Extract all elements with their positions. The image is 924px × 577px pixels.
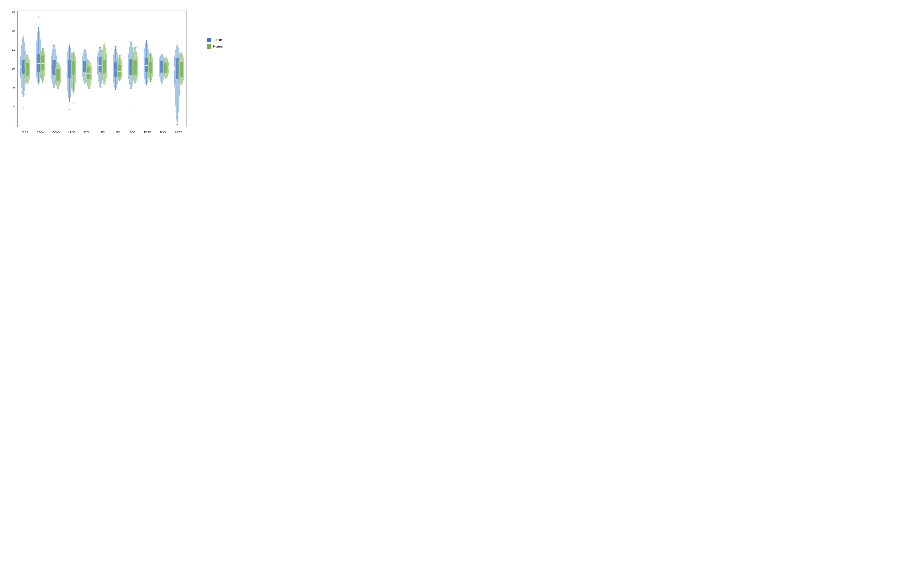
data-dot: [162, 68, 162, 68]
legend: TumorNormal: [203, 35, 227, 52]
data-dot: [149, 69, 149, 70]
data-dot: [103, 55, 103, 55]
data-dot: [22, 59, 23, 59]
data-dot: [148, 56, 148, 56]
data-dot: [129, 66, 129, 66]
data-dot: [89, 79, 89, 80]
data-dot: [41, 63, 41, 64]
data-dot: [60, 79, 60, 80]
data-dot: [38, 72, 39, 73]
data-dot: [58, 75, 59, 76]
data-dot: [177, 53, 178, 53]
data-dot: [90, 85, 90, 86]
data-dot: [39, 64, 39, 64]
data-dot: [72, 76, 72, 76]
data-dot: [178, 113, 178, 114]
iqr-box: [133, 60, 136, 75]
data-dot: [163, 58, 163, 59]
data-dot: [136, 71, 137, 71]
data-dot: [90, 77, 90, 78]
data-dot: [23, 65, 24, 65]
data-dot: [23, 97, 23, 97]
data-dot: [59, 65, 59, 66]
data-dot: [101, 53, 102, 53]
data-dot: [73, 73, 74, 74]
data-dot: [134, 56, 134, 56]
data-dot: [28, 59, 29, 60]
data-dot: [41, 79, 42, 79]
data-dot: [103, 59, 104, 59]
data-dot: [58, 68, 58, 68]
y-tick: 13: [12, 11, 15, 13]
data-dot: [26, 55, 26, 56]
data-dot: [74, 63, 74, 63]
data-dot: [147, 85, 148, 85]
data-dot: [99, 85, 99, 85]
data-dot: [29, 64, 29, 64]
data-dot: [37, 37, 38, 37]
data-dot: [21, 92, 22, 93]
data-dot: [85, 64, 86, 65]
data-dot: [129, 74, 130, 74]
data-dot: [163, 55, 163, 56]
data-dot: [114, 77, 114, 78]
data-dot: [164, 68, 165, 68]
data-dot: [178, 108, 179, 108]
data-dot: [89, 73, 89, 73]
x-axis-label: COAD: [53, 131, 60, 134]
data-dot: [135, 50, 136, 50]
data-dot: [29, 56, 29, 57]
data-dot: [26, 77, 27, 77]
data-dot: [149, 77, 149, 78]
data-dot: [72, 71, 73, 72]
data-dot: [133, 52, 134, 53]
data-dot: [72, 60, 72, 61]
data-dot: [56, 86, 57, 86]
data-dot: [71, 86, 71, 86]
data-dot: [163, 76, 163, 76]
data-dot: [58, 64, 58, 64]
data-dot: [37, 84, 37, 84]
data-dot: [89, 69, 89, 69]
data-dot: [150, 76, 150, 76]
data-dot: [37, 56, 38, 57]
data-dot: [105, 84, 106, 84]
data-dot: [57, 71, 57, 71]
data-dot: [39, 44, 40, 45]
data-dot: [166, 59, 166, 59]
data-dot: [60, 63, 60, 63]
data-dot: [118, 81, 118, 81]
data-dot: [166, 58, 167, 58]
iqr-box: [53, 60, 56, 75]
data-dot: [164, 71, 165, 71]
data-dot: [106, 44, 106, 45]
data-dot: [68, 90, 69, 90]
data-dot: [175, 89, 176, 89]
data-dot: [75, 55, 75, 55]
data-dot: [100, 73, 100, 73]
data-dot: [118, 74, 118, 74]
data-dot: [88, 77, 88, 77]
data-dot: [151, 61, 151, 61]
data-dot: [152, 58, 152, 58]
data-dot: [44, 55, 44, 56]
data-dot: [129, 84, 130, 84]
data-dot: [135, 64, 136, 65]
data-dot: [163, 84, 163, 84]
data-dot: [164, 59, 165, 60]
data-dot: [105, 68, 105, 68]
data-dot: [55, 51, 55, 52]
data-dot: [131, 82, 131, 82]
data-dot: [37, 46, 37, 47]
data-dot: [145, 71, 145, 71]
data-dot: [149, 64, 150, 65]
data-dot: [26, 63, 26, 64]
data-dot: [55, 44, 56, 44]
data-dot: [164, 63, 165, 63]
data-dot: [87, 68, 88, 68]
data-dot: [160, 74, 160, 74]
data-dot: [145, 42, 145, 42]
data-dot: [105, 79, 105, 79]
data-dot: [28, 83, 29, 83]
data-dot: [167, 70, 168, 71]
